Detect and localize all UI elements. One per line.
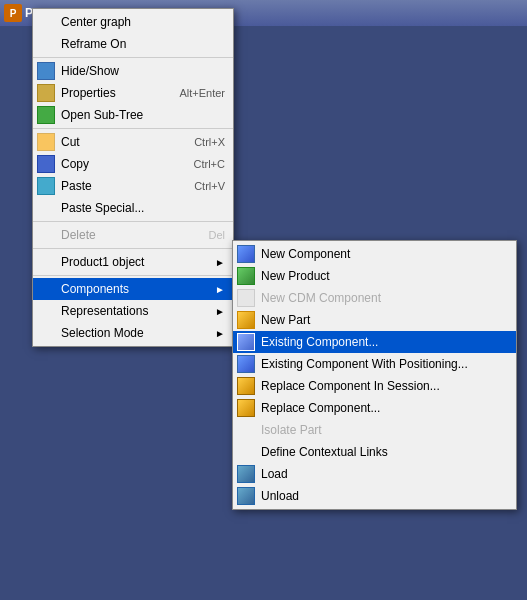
separator-1 bbox=[33, 57, 233, 58]
paste-special-label: Paste Special... bbox=[61, 201, 144, 215]
selection-mode-arrow: ► bbox=[215, 328, 225, 339]
separator-5 bbox=[33, 275, 233, 276]
hide-show-icon bbox=[37, 62, 55, 80]
unload-icon bbox=[237, 487, 255, 505]
properties-label: Properties bbox=[61, 86, 116, 100]
representations-arrow: ► bbox=[215, 306, 225, 317]
submenu-components: New Component New Product New CDM Compon… bbox=[232, 240, 517, 510]
new-cdm-component-label: New CDM Component bbox=[261, 291, 381, 305]
new-component-icon bbox=[237, 245, 255, 263]
new-part-icon bbox=[237, 311, 255, 329]
selection-mode-label: Selection Mode bbox=[61, 326, 144, 340]
menu-item-selection-mode[interactable]: Selection Mode ► bbox=[33, 322, 233, 344]
new-cdm-component-icon bbox=[237, 289, 255, 307]
menu-item-components[interactable]: Components ► bbox=[33, 278, 233, 300]
app-icon: P bbox=[4, 4, 22, 22]
cut-label: Cut bbox=[61, 135, 80, 149]
submenu-item-existing-component[interactable]: Existing Component... bbox=[233, 331, 516, 353]
load-icon bbox=[237, 465, 255, 483]
product1-object-label: Product1 object bbox=[61, 255, 144, 269]
background: P Pr App Center graph Reframe On Hide/Sh… bbox=[0, 0, 527, 600]
new-product-icon bbox=[237, 267, 255, 285]
menu-item-delete[interactable]: Delete Del bbox=[33, 224, 233, 246]
new-component-label: New Component bbox=[261, 247, 350, 261]
product1-object-arrow: ► bbox=[215, 257, 225, 268]
menu-item-paste[interactable]: Paste Ctrl+V bbox=[33, 175, 233, 197]
copy-shortcut: Ctrl+C bbox=[194, 158, 225, 170]
replace-component-icon bbox=[237, 399, 255, 417]
cut-shortcut: Ctrl+X bbox=[194, 136, 225, 148]
context-menu: Center graph Reframe On Hide/Show Proper… bbox=[32, 8, 234, 347]
submenu-item-new-part[interactable]: New Part bbox=[233, 309, 516, 331]
cut-icon bbox=[37, 133, 55, 151]
define-contextual-links-label: Define Contextual Links bbox=[261, 445, 388, 459]
paste-icon bbox=[37, 177, 55, 195]
paste-label: Paste bbox=[61, 179, 92, 193]
delete-label: Delete bbox=[61, 228, 96, 242]
separator-2 bbox=[33, 128, 233, 129]
existing-component-label: Existing Component... bbox=[261, 335, 378, 349]
copy-icon bbox=[37, 155, 55, 173]
replace-component-session-label: Replace Component In Session... bbox=[261, 379, 440, 393]
load-label: Load bbox=[261, 467, 288, 481]
submenu-item-new-product[interactable]: New Product bbox=[233, 265, 516, 287]
existing-component-positioning-label: Existing Component With Positioning... bbox=[261, 357, 468, 371]
copy-label: Copy bbox=[61, 157, 89, 171]
properties-shortcut: Alt+Enter bbox=[179, 87, 225, 99]
submenu-item-define-contextual-links[interactable]: Define Contextual Links bbox=[233, 441, 516, 463]
unload-label: Unload bbox=[261, 489, 299, 503]
menu-item-cut[interactable]: Cut Ctrl+X bbox=[33, 131, 233, 153]
menu-item-paste-special[interactable]: Paste Special... bbox=[33, 197, 233, 219]
existing-component-icon bbox=[237, 333, 255, 351]
menu-item-representations[interactable]: Representations ► bbox=[33, 300, 233, 322]
replace-component-label: Replace Component... bbox=[261, 401, 380, 415]
properties-icon bbox=[37, 84, 55, 102]
hide-show-label: Hide/Show bbox=[61, 64, 119, 78]
submenu-item-replace-component[interactable]: Replace Component... bbox=[233, 397, 516, 419]
menu-item-hide-show[interactable]: Hide/Show bbox=[33, 60, 233, 82]
submenu-item-unload[interactable]: Unload bbox=[233, 485, 516, 507]
submenu-item-existing-component-positioning[interactable]: Existing Component With Positioning... bbox=[233, 353, 516, 375]
menu-item-center-graph[interactable]: Center graph bbox=[33, 11, 233, 33]
center-graph-label: Center graph bbox=[61, 15, 131, 29]
existing-component-positioning-icon bbox=[237, 355, 255, 373]
components-arrow: ► bbox=[215, 284, 225, 295]
submenu-item-new-component[interactable]: New Component bbox=[233, 243, 516, 265]
delete-shortcut: Del bbox=[208, 229, 225, 241]
separator-4 bbox=[33, 248, 233, 249]
menu-item-product1-object[interactable]: Product1 object ► bbox=[33, 251, 233, 273]
replace-component-session-icon bbox=[237, 377, 255, 395]
representations-label: Representations bbox=[61, 304, 148, 318]
open-subtree-label: Open Sub-Tree bbox=[61, 108, 143, 122]
submenu-item-load[interactable]: Load bbox=[233, 463, 516, 485]
open-subtree-icon bbox=[37, 106, 55, 124]
submenu-item-new-cdm-component[interactable]: New CDM Component bbox=[233, 287, 516, 309]
menu-item-open-subtree[interactable]: Open Sub-Tree bbox=[33, 104, 233, 126]
menu-item-properties[interactable]: Properties Alt+Enter bbox=[33, 82, 233, 104]
submenu-item-replace-component-session[interactable]: Replace Component In Session... bbox=[233, 375, 516, 397]
paste-shortcut: Ctrl+V bbox=[194, 180, 225, 192]
components-label: Components bbox=[61, 282, 129, 296]
menu-item-copy[interactable]: Copy Ctrl+C bbox=[33, 153, 233, 175]
menu-item-reframe-on[interactable]: Reframe On bbox=[33, 33, 233, 55]
submenu-item-isolate-part[interactable]: Isolate Part bbox=[233, 419, 516, 441]
reframe-on-label: Reframe On bbox=[61, 37, 126, 51]
isolate-part-label: Isolate Part bbox=[261, 423, 322, 437]
new-product-label: New Product bbox=[261, 269, 330, 283]
new-part-label: New Part bbox=[261, 313, 310, 327]
separator-3 bbox=[33, 221, 233, 222]
